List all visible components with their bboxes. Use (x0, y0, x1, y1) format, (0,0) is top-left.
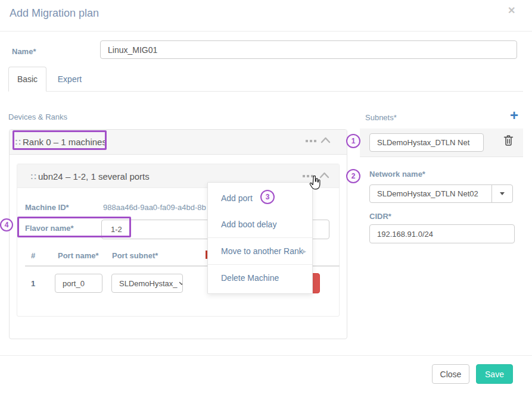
add-migration-plan-modal: Add Migration plan ✕ Name* Basic Expert … (0, 0, 532, 410)
port-subnet-select[interactable]: SLDemoHystax_ (111, 274, 183, 293)
ports-col-subnet: Port subnet* (112, 251, 158, 260)
annotation-circle-4: 4 (0, 218, 13, 231)
footer-divider (0, 355, 532, 356)
network-name-select[interactable]: SLDemoHystax_DTLN Net02 (369, 184, 492, 203)
name-label: Name* (12, 47, 36, 56)
port-name-input[interactable] (55, 274, 102, 293)
cidr-label: CIDR* (369, 212, 391, 221)
caret-down-icon (500, 192, 505, 195)
network-name-dropdown-button[interactable] (491, 184, 513, 203)
subnets-label: Subnets* (365, 113, 397, 122)
machine-title: ubn24 – 1-2, 1 several ports (38, 171, 150, 181)
annotation-box-flavor-name (17, 217, 131, 237)
menu-item-move-to-rank[interactable]: Move to another Rank ▸ (208, 238, 312, 264)
delete-subnet-trash-icon[interactable] (503, 134, 514, 146)
menu-item-move-to-rank-label: Move to another Rank (221, 246, 303, 256)
save-button[interactable]: Save (476, 364, 513, 384)
header-divider (0, 31, 532, 32)
submenu-arrow-icon: ▸ (303, 238, 306, 264)
name-input[interactable] (100, 40, 517, 59)
menu-item-add-boot-delay[interactable]: Add boot delay (208, 211, 312, 237)
annotation-box-rank-title (13, 130, 107, 150)
network-name-select-value: SLDemoHystax_DTLN Net02 (370, 189, 478, 198)
close-button[interactable]: Close (432, 364, 469, 384)
devices-ranks-label: Devices & Ranks (8, 112, 67, 121)
subnet-name-input[interactable] (369, 133, 484, 152)
tab-expert[interactable]: Expert (55, 67, 85, 92)
menu-item-delete-machine[interactable]: Delete Machine (208, 265, 312, 291)
machine-drag-handle-icon[interactable]: :: (30, 171, 37, 181)
annotation-circle-3: 3 (260, 190, 275, 204)
cidr-input[interactable] (369, 224, 515, 243)
ports-col-name: Port name* (58, 251, 99, 260)
select-caret-icon (179, 281, 183, 286)
rank-menu-ellipsis-icon[interactable] (306, 140, 316, 142)
tab-basic[interactable]: Basic (8, 67, 46, 92)
modal-title: Add Migration plan (10, 7, 99, 20)
machine-id-label: Machine ID* (25, 203, 69, 212)
machine-id-value: 988aa46d-9aa0-fa09-a4bd-8b (103, 203, 206, 212)
annotation-circle-2: 2 (346, 169, 360, 183)
annotation-circle-1: 1 (346, 134, 360, 148)
mouse-cursor-hand-icon (309, 176, 322, 191)
port-subnet-select-value: SLDemoHystax_ (112, 279, 178, 288)
ports-col-index: # (31, 251, 35, 260)
rank-collapse-chevron-icon[interactable] (321, 137, 331, 143)
add-subnet-plus-icon[interactable]: + (510, 107, 518, 124)
tabs-underline (8, 91, 523, 92)
port-row-index: 1 (31, 279, 35, 288)
network-name-label: Network name* (369, 170, 425, 179)
close-icon[interactable]: ✕ (508, 5, 515, 16)
